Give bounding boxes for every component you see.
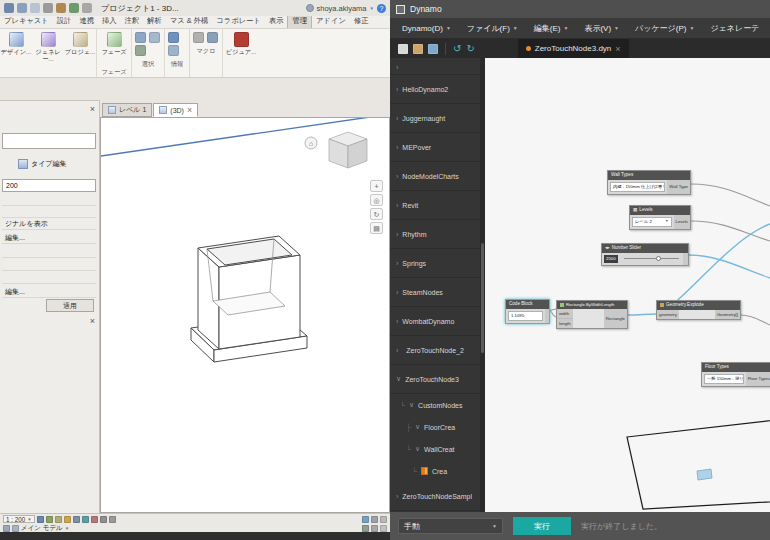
phases-button[interactable]: フェーズ [99, 31, 130, 55]
orbit-icon[interactable]: ◎ [370, 194, 383, 206]
select-warnings-icon[interactable] [135, 45, 146, 56]
select-by-id-icon[interactable] [149, 32, 160, 43]
tag-icon[interactable] [82, 3, 92, 13]
close-palette-icon[interactable]: × [90, 105, 95, 114]
tab-collaborate[interactable]: コラボレート [212, 16, 265, 28]
crop-view-icon[interactable] [82, 516, 89, 523]
output-port[interactable]: Wall Type [667, 180, 690, 194]
library-item-zerotouchnode3[interactable]: ∨ZeroTouchNode3 [390, 365, 480, 394]
input-port-width[interactable]: width [557, 309, 573, 319]
tab-view[interactable]: 表示 [265, 16, 288, 28]
workset-icon[interactable] [12, 525, 19, 532]
library-item[interactable]: ›Juggernaught [390, 104, 480, 133]
code-block-value[interactable]: 1.1095; [508, 311, 543, 321]
output-port[interactable]: Geometry[] [715, 310, 740, 319]
scale-selector[interactable]: 1 : 200 ▼ [3, 515, 35, 523]
crop-region-icon[interactable] [91, 516, 98, 523]
library-tree-wallcreate[interactable]: └∨WallCreat [390, 438, 480, 460]
tab-modify[interactable]: 修正 [350, 16, 373, 28]
menu-edit[interactable]: 編集(E)▼ [526, 23, 577, 34]
render-icon[interactable] [73, 516, 80, 523]
sun-path-icon[interactable] [55, 516, 62, 523]
wall-type-dropdown[interactable]: 内壁 - 150mm 仕上げ(2層 90mm)▼ [610, 182, 665, 192]
view-tab-3d[interactable]: (3D) × [153, 103, 198, 117]
tab-precast[interactable]: プレキャスト [0, 16, 53, 28]
node-floor-types[interactable]: Floor Types 一般 150mm - 塗り...▼ Floor Type… [701, 362, 770, 387]
node-code-block[interactable]: Code Block 1.1095; [505, 299, 550, 324]
scrollbar-thumb[interactable] [481, 243, 484, 353]
node-header[interactable]: Floor Types [702, 363, 770, 372]
views-icon[interactable]: ▤ [370, 222, 383, 234]
save-file-icon[interactable] [428, 44, 438, 54]
property-row[interactable] [2, 258, 96, 271]
library-item[interactable]: ›HelloDynamo2 [390, 75, 480, 104]
output-port[interactable] [683, 253, 688, 265]
library-item-partial[interactable]: › [390, 58, 480, 75]
property-row-show-original[interactable]: ジナルを表示 [2, 217, 96, 230]
inquiry-icon[interactable] [168, 32, 179, 43]
redo-icon[interactable] [43, 3, 53, 13]
editing-requests-icon[interactable] [371, 516, 378, 523]
library-tree-create-node[interactable]: └Crea [390, 460, 480, 482]
undo-icon[interactable] [30, 3, 40, 13]
dynamo-button[interactable]: ビジュア... [226, 31, 257, 55]
tab-analyze[interactable]: 解析 [143, 16, 166, 28]
redo-icon[interactable]: ↻ [466, 44, 474, 54]
select-group-label[interactable]: 選択 [132, 59, 164, 69]
library-item[interactable]: ›ZeroTouchNodeSampl [390, 482, 480, 511]
shadows-icon[interactable] [64, 516, 71, 523]
node-wall-types[interactable]: Wall Types 内壁 - 150mm 仕上げ(2層 90mm)▼ Wall… [607, 170, 691, 195]
node-header[interactable]: Geometry.Explode [657, 301, 740, 310]
print-icon[interactable] [56, 3, 66, 13]
hide-elements-icon[interactable] [100, 516, 107, 523]
node-levels[interactable]: ▦Levels レベル 2▼ Levels [629, 205, 691, 230]
library-tree-floorcreate[interactable]: ├∨FloorCrea [390, 416, 480, 438]
measure-icon[interactable] [69, 3, 79, 13]
output-port[interactable]: Levels [674, 215, 690, 229]
tab-collaborate-link[interactable]: 連携 [75, 16, 98, 28]
level-dropdown[interactable]: レベル 2▼ [632, 217, 672, 227]
macro-security-icon[interactable] [207, 32, 218, 43]
output-port[interactable]: Floor Types [746, 372, 770, 386]
close-panel-icon[interactable]: × [90, 317, 95, 326]
library-item[interactable]: ›SteamNodes [390, 278, 480, 307]
active-model-label[interactable]: メイン モデル [21, 524, 63, 532]
menu-file[interactable]: ファイル(F)▼ [459, 23, 526, 34]
reveal-hidden-icon[interactable] [109, 516, 116, 523]
property-row-edit[interactable]: 編集... [2, 285, 96, 298]
tab-massing[interactable]: マス & 外構 [166, 16, 212, 28]
type-selector[interactable] [2, 133, 96, 149]
account-area[interactable]: shoya.akiyama ▼ ? [306, 4, 387, 13]
select-toggle-icon[interactable] [362, 525, 369, 532]
undo-icon[interactable]: ↺ [453, 44, 461, 54]
review-icon[interactable] [168, 45, 179, 56]
tab-annotate[interactable]: 注釈 [121, 16, 144, 28]
tab-manage[interactable]: 管理 [287, 16, 312, 28]
design-option-icon[interactable] [3, 525, 10, 532]
property-value-input[interactable]: 200 [2, 179, 96, 192]
slider-track[interactable] [624, 258, 679, 259]
grip-icon[interactable] [380, 525, 387, 532]
design-options-button[interactable]: デザイン... [1, 31, 32, 55]
slider-handle[interactable] [656, 256, 661, 261]
drag-elements-icon[interactable] [371, 525, 378, 532]
edit-type-button[interactable]: タイプ編集 [18, 159, 67, 169]
slider-value[interactable]: 2500 [604, 255, 618, 263]
project-button[interactable]: プロジェ... [65, 31, 96, 55]
library-item[interactable]: ›ZeroTouchNode_2 [390, 336, 480, 365]
close-tab-icon[interactable]: × [615, 44, 620, 54]
macro-group-label[interactable]: マクロ [190, 46, 222, 56]
menu-generative-design[interactable]: ジェネレーテ [702, 23, 767, 34]
property-row[interactable] [2, 245, 96, 258]
inquiry-group-label[interactable]: 情報 [165, 59, 189, 69]
run-mode-select[interactable]: 手動 ▼ [398, 518, 503, 534]
property-row-edit[interactable]: 編集... [2, 231, 96, 244]
user-caret-icon[interactable]: ▼ [370, 6, 374, 11]
library-tree-customnodes[interactable]: └∨CustomNodes [390, 394, 480, 416]
generative-design-button[interactable]: ジェネレー... [33, 31, 64, 62]
floor-type-dropdown[interactable]: 一般 150mm - 塗り...▼ [704, 374, 744, 384]
visual-style-icon[interactable] [46, 516, 53, 523]
revit-3d-viewport[interactable]: ⌂ + ◎ ↻ ▤ [100, 117, 390, 513]
library-item[interactable]: ›Revit [390, 191, 480, 220]
property-row[interactable] [2, 271, 96, 284]
